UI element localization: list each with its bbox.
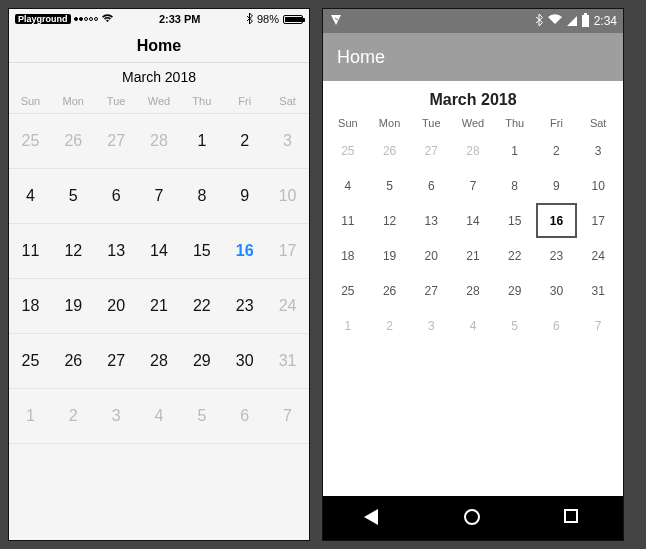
home-button[interactable] xyxy=(464,509,482,527)
dow-label: Sun xyxy=(9,91,52,113)
dow-label: Sat xyxy=(266,91,309,113)
battery-pct-label: 98% xyxy=(257,13,279,25)
calendar-day[interactable]: 3 xyxy=(266,114,309,169)
recent-apps-button[interactable] xyxy=(564,509,582,527)
calendar-day[interactable]: 28 xyxy=(452,133,494,168)
calendar-day[interactable]: 10 xyxy=(577,168,619,203)
calendar-day[interactable]: 16 xyxy=(223,224,266,279)
calendar-day[interactable]: 8 xyxy=(494,168,536,203)
calendar-day[interactable]: 22 xyxy=(180,279,223,334)
calendar-day[interactable]: 22 xyxy=(494,238,536,273)
dow-label: Fri xyxy=(223,91,266,113)
calendar-day[interactable]: 13 xyxy=(95,224,138,279)
calendar-day[interactable]: 1 xyxy=(327,308,369,343)
carrier-name: Playground xyxy=(15,14,71,24)
calendar-day[interactable]: 27 xyxy=(410,133,452,168)
calendar-day[interactable]: 25 xyxy=(9,114,52,169)
calendar-day[interactable]: 2 xyxy=(369,308,411,343)
calendar-day[interactable]: 18 xyxy=(9,279,52,334)
calendar-day[interactable]: 28 xyxy=(138,334,181,389)
calendar-day[interactable]: 28 xyxy=(452,273,494,308)
calendar-day[interactable]: 14 xyxy=(138,224,181,279)
calendar-grid[interactable]: 2526272812345678910111213141516171819202… xyxy=(327,133,619,343)
calendar-day[interactable]: 27 xyxy=(410,273,452,308)
calendar-day[interactable]: 3 xyxy=(577,133,619,168)
calendar-day[interactable]: 28 xyxy=(138,114,181,169)
calendar-day[interactable]: 27 xyxy=(95,114,138,169)
calendar-day[interactable]: 15 xyxy=(180,224,223,279)
calendar-day[interactable]: 6 xyxy=(536,308,578,343)
calendar-day[interactable]: 2 xyxy=(223,114,266,169)
calendar-day[interactable]: 24 xyxy=(577,238,619,273)
calendar-day[interactable]: 17 xyxy=(266,224,309,279)
dow-label: Wed xyxy=(138,91,181,113)
calendar-day[interactable]: 21 xyxy=(452,238,494,273)
calendar-day[interactable]: 20 xyxy=(410,238,452,273)
calendar-day[interactable]: 7 xyxy=(577,308,619,343)
calendar-day[interactable]: 30 xyxy=(536,273,578,308)
calendar-day[interactable]: 6 xyxy=(223,389,266,444)
calendar-day[interactable]: 18 xyxy=(327,238,369,273)
calendar-day[interactable]: 17 xyxy=(577,203,619,238)
calendar-day[interactable]: 15 xyxy=(494,203,536,238)
calendar-day[interactable]: 27 xyxy=(95,334,138,389)
calendar-day[interactable]: 4 xyxy=(138,389,181,444)
calendar-day[interactable]: 7 xyxy=(266,389,309,444)
dow-label: Mon xyxy=(52,91,95,113)
calendar-day[interactable]: 19 xyxy=(52,279,95,334)
calendar-day[interactable]: 31 xyxy=(577,273,619,308)
calendar-day[interactable]: 26 xyxy=(369,133,411,168)
calendar-day[interactable]: 19 xyxy=(369,238,411,273)
calendar-day[interactable]: 9 xyxy=(536,168,578,203)
calendar-day[interactable]: 25 xyxy=(327,273,369,308)
calendar-day[interactable]: 5 xyxy=(52,169,95,224)
bluetooth-icon xyxy=(246,13,253,26)
wifi-icon xyxy=(101,13,114,25)
calendar-day[interactable]: 25 xyxy=(9,334,52,389)
calendar-day[interactable]: 13 xyxy=(410,203,452,238)
calendar-day[interactable]: 2 xyxy=(536,133,578,168)
calendar-day[interactable]: 4 xyxy=(327,168,369,203)
calendar-day[interactable]: 5 xyxy=(369,168,411,203)
calendar-day[interactable]: 29 xyxy=(180,334,223,389)
calendar-day[interactable]: 23 xyxy=(536,238,578,273)
calendar-day[interactable]: 2 xyxy=(52,389,95,444)
ios-device: Playground 2:33 PM 98% Home March 2018 S… xyxy=(8,8,310,541)
calendar-day[interactable]: 14 xyxy=(452,203,494,238)
calendar-day[interactable]: 3 xyxy=(410,308,452,343)
calendar-day[interactable]: 23 xyxy=(223,279,266,334)
calendar-day[interactable]: 11 xyxy=(9,224,52,279)
calendar-day[interactable]: 21 xyxy=(138,279,181,334)
calendar-day[interactable]: 26 xyxy=(52,334,95,389)
calendar-day[interactable]: 3 xyxy=(95,389,138,444)
calendar-grid[interactable]: 2526272812345678910111213141516171819202… xyxy=(9,114,309,444)
calendar-day[interactable]: 6 xyxy=(95,169,138,224)
calendar-day[interactable]: 29 xyxy=(494,273,536,308)
calendar-day[interactable]: 12 xyxy=(369,203,411,238)
calendar-day[interactable]: 30 xyxy=(223,334,266,389)
calendar-day[interactable]: 1 xyxy=(180,114,223,169)
calendar-day[interactable]: 6 xyxy=(410,168,452,203)
calendar-day[interactable]: 24 xyxy=(266,279,309,334)
calendar-day[interactable]: 12 xyxy=(52,224,95,279)
calendar-day[interactable]: 10 xyxy=(266,169,309,224)
calendar-day[interactable]: 26 xyxy=(369,273,411,308)
back-button[interactable] xyxy=(364,509,382,527)
calendar-day[interactable]: 7 xyxy=(452,168,494,203)
calendar-day[interactable]: 7 xyxy=(138,169,181,224)
calendar-day[interactable]: 25 xyxy=(327,133,369,168)
calendar-day[interactable]: 20 xyxy=(95,279,138,334)
calendar-day[interactable]: 4 xyxy=(9,169,52,224)
calendar-day[interactable]: 26 xyxy=(52,114,95,169)
calendar-day[interactable]: 4 xyxy=(452,308,494,343)
status-time: 2:34 xyxy=(594,14,617,28)
calendar-day[interactable]: 5 xyxy=(494,308,536,343)
calendar-day[interactable]: 16 xyxy=(536,203,578,238)
calendar-day[interactable]: 9 xyxy=(223,169,266,224)
calendar-day[interactable]: 1 xyxy=(494,133,536,168)
calendar-day[interactable]: 8 xyxy=(180,169,223,224)
calendar-day[interactable]: 11 xyxy=(327,203,369,238)
calendar-day[interactable]: 5 xyxy=(180,389,223,444)
calendar-day[interactable]: 1 xyxy=(9,389,52,444)
calendar-day[interactable]: 31 xyxy=(266,334,309,389)
